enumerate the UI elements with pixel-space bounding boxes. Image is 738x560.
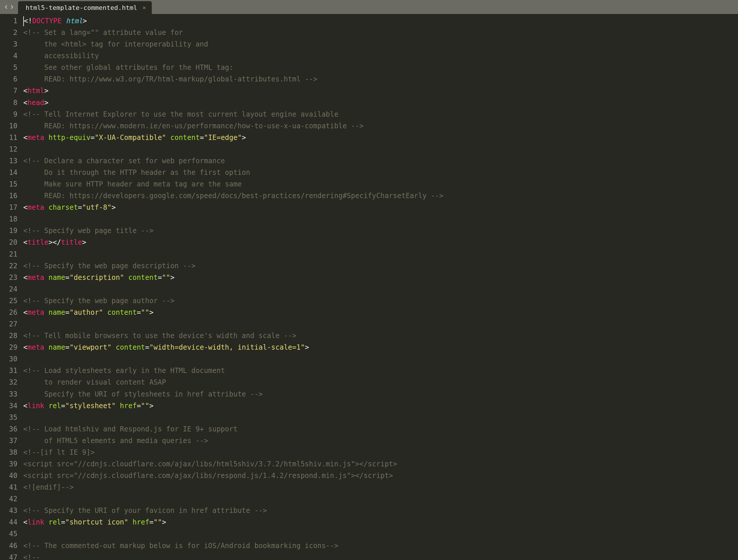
line-number: 18 bbox=[0, 213, 17, 225]
line-number: 33 bbox=[0, 388, 17, 400]
token-pun: = bbox=[137, 402, 141, 410]
token-str: "" bbox=[153, 518, 162, 526]
token-str: "X-UA-Compatible" bbox=[95, 133, 166, 142]
token-str: "utf-8" bbox=[82, 203, 111, 212]
token-pun: > bbox=[83, 17, 87, 25]
code-line[interactable]: <!-- The commented-out markup below is f… bbox=[23, 540, 738, 552]
token-attr: content bbox=[128, 273, 157, 282]
token-com: READ: http://www.w3.org/TR/html-markup/g… bbox=[23, 75, 317, 83]
code-line[interactable]: READ: https://www.modern.ie/en-us/perfor… bbox=[23, 120, 738, 132]
code-line[interactable]: <!DOCTYPE html> bbox=[23, 15, 738, 27]
code-line[interactable]: <![endif]--> bbox=[23, 482, 738, 493]
code-line[interactable]: <!-- Specify the URI of your favicon in … bbox=[23, 505, 738, 516]
line-number: 27 bbox=[0, 318, 17, 330]
token-pun bbox=[111, 343, 115, 351]
code-line[interactable]: <meta name="description" content=""> bbox=[23, 272, 738, 283]
code-line[interactable]: <script src="//cdnjs.cloudflare.com/ajax… bbox=[23, 470, 738, 482]
token-pun: > bbox=[149, 402, 153, 410]
code-line[interactable]: of HTML5 elements and media queries --> bbox=[23, 435, 738, 447]
code-line[interactable]: Make sure HTTP header and meta tag are t… bbox=[23, 178, 738, 190]
code-line[interactable] bbox=[23, 213, 738, 225]
token-attr: content bbox=[170, 133, 200, 142]
line-number: 21 bbox=[0, 248, 17, 260]
tab-active[interactable]: html5-template-commented.html × bbox=[18, 1, 152, 14]
token-attr: rel bbox=[49, 402, 61, 410]
token-pun bbox=[44, 308, 48, 316]
code-line[interactable]: <!-- Specify web page title --> bbox=[23, 225, 738, 237]
code-line[interactable]: <script src="//cdnjs.cloudflare.com/ajax… bbox=[23, 458, 738, 470]
code-line[interactable]: to render visual content ASAP bbox=[23, 376, 738, 388]
code-line[interactable] bbox=[23, 248, 738, 260]
token-pun bbox=[44, 518, 48, 526]
token-attr: name bbox=[49, 308, 65, 316]
code-line[interactable]: <!-- Declare a character set for web per… bbox=[23, 155, 738, 167]
code-line[interactable]: <link rel="stylesheet" href=""> bbox=[23, 400, 738, 411]
code-line[interactable]: Specify the URI of stylesheets in href a… bbox=[23, 388, 738, 400]
token-str: "" bbox=[141, 308, 149, 316]
token-pun: < bbox=[23, 99, 27, 107]
code-line[interactable]: <!-- Set a lang="" attribute value for bbox=[23, 27, 738, 38]
line-number: 3 bbox=[0, 38, 17, 50]
code-line[interactable]: See other global attributes for the HTML… bbox=[23, 62, 738, 73]
code-line[interactable] bbox=[23, 318, 738, 330]
token-pun: < bbox=[23, 273, 27, 282]
code-line[interactable]: <!-- bbox=[23, 552, 738, 560]
code-line[interactable]: <!-- Tell mobile browsers to use the dev… bbox=[23, 330, 738, 341]
line-number: 46 bbox=[0, 540, 17, 552]
line-number: 16 bbox=[0, 190, 17, 202]
token-com: the <html> tag for interoperability and bbox=[23, 40, 208, 48]
code-line[interactable]: <meta http-equiv="X-UA-Compatible" conte… bbox=[23, 132, 738, 144]
token-com: <!-- Declare a character set for web per… bbox=[23, 157, 225, 165]
code-content[interactable]: <!DOCTYPE html><!-- Set a lang="" attrib… bbox=[22, 14, 738, 560]
code-line[interactable] bbox=[23, 493, 738, 505]
code-line[interactable]: <meta charset="utf-8"> bbox=[23, 202, 738, 213]
close-icon[interactable]: × bbox=[142, 5, 146, 10]
line-number: 11 bbox=[0, 132, 17, 144]
code-line[interactable]: <html> bbox=[23, 85, 738, 96]
code-line[interactable]: <!-- Load htmlshiv and Respond.js for IE… bbox=[23, 423, 738, 435]
token-com: <![endif]--> bbox=[23, 483, 74, 491]
token-com: <!-- Tell Internet Explorer to use the m… bbox=[23, 110, 338, 118]
code-line[interactable]: Do it through the HTTP header as the fir… bbox=[23, 167, 738, 178]
code-line[interactable]: <meta name="viewport" content="width=dev… bbox=[23, 341, 738, 353]
line-number: 30 bbox=[0, 353, 17, 365]
code-line[interactable]: accessibility bbox=[23, 50, 738, 62]
line-number: 43 bbox=[0, 505, 17, 516]
code-line[interactable] bbox=[23, 144, 738, 155]
nav-forward-icon[interactable] bbox=[10, 5, 14, 9]
code-line[interactable] bbox=[23, 283, 738, 295]
code-line[interactable]: <link rel="shortcut icon" href=""> bbox=[23, 516, 738, 528]
token-str: "viewport" bbox=[69, 343, 112, 351]
line-number: 5 bbox=[0, 62, 17, 73]
code-line[interactable]: <!-- Load stylesheets early in the HTML … bbox=[23, 365, 738, 376]
line-number: 24 bbox=[0, 283, 17, 295]
code-line[interactable]: <!-- Specify the web page description --… bbox=[23, 260, 738, 272]
token-pun: < bbox=[23, 518, 27, 526]
token-pun: < bbox=[23, 87, 27, 95]
token-pun: > bbox=[305, 343, 309, 351]
nav-arrows bbox=[0, 0, 18, 14]
code-line[interactable] bbox=[23, 353, 738, 365]
token-pun: <! bbox=[24, 17, 32, 25]
tab-bar: html5-template-commented.html × bbox=[0, 0, 738, 14]
line-number: 35 bbox=[0, 411, 17, 423]
code-line[interactable] bbox=[23, 411, 738, 423]
token-tag: link bbox=[27, 518, 44, 526]
code-line[interactable]: <head> bbox=[23, 97, 738, 108]
code-line[interactable]: <title></title> bbox=[23, 237, 738, 248]
code-line[interactable]: the <html> tag for interoperability and bbox=[23, 38, 738, 50]
code-line[interactable]: READ: http://www.w3.org/TR/html-markup/g… bbox=[23, 73, 738, 85]
line-number: 32 bbox=[0, 376, 17, 388]
code-line[interactable]: <!-- Specify the web page author --> bbox=[23, 295, 738, 307]
token-str: "width=device-width, initial-scale=1" bbox=[149, 343, 305, 351]
code-line[interactable]: READ: https://developers.google.com/spee… bbox=[23, 190, 738, 202]
token-com: READ: https://developers.google.com/spee… bbox=[23, 192, 443, 200]
code-line[interactable]: <!-- Tell Internet Explorer to use the m… bbox=[23, 108, 738, 120]
code-line[interactable]: <meta name="author" content=""> bbox=[23, 307, 738, 318]
token-com: <!-- Specify the web page description --… bbox=[23, 262, 196, 270]
token-pun bbox=[44, 203, 48, 212]
code-line[interactable] bbox=[23, 528, 738, 540]
nav-back-icon[interactable] bbox=[4, 5, 8, 9]
editor-area[interactable]: 1234567891011121314151617181920212223242… bbox=[0, 14, 738, 560]
code-line[interactable]: <!--[if lt IE 9]> bbox=[23, 447, 738, 458]
